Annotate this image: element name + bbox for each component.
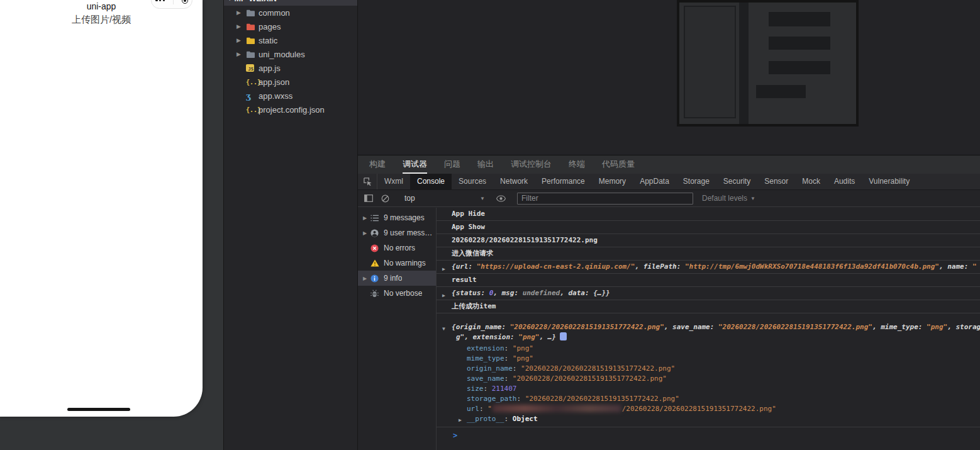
upload-media-text[interactable]: 上传图片/视频 <box>0 14 203 26</box>
devtools-tab-security[interactable]: Security <box>716 174 757 189</box>
default-levels-dropdown[interactable]: Default levels ▼ <box>702 194 755 203</box>
panel-tab-终端[interactable]: 终端 <box>569 155 585 174</box>
log-segment-string: " <box>972 262 977 271</box>
devtools-tab-console[interactable]: Console <box>410 174 452 189</box>
devtools-tab-vulnerability[interactable]: Vulnerability <box>862 174 916 189</box>
log-segment-key: msg <box>502 289 515 297</box>
chevron-right-icon[interactable]: ▶ <box>363 230 370 236</box>
preview-placeholder-bar <box>756 85 806 98</box>
devtools-tab-network[interactable]: Network <box>493 174 535 189</box>
js-file-icon: JS <box>246 64 259 72</box>
tree-item-label: static <box>259 36 277 45</box>
console-filter-no-warnings[interactable]: No warnings <box>358 256 436 271</box>
devtools-tab-storage[interactable]: Storage <box>676 174 716 189</box>
devtools-tab-performance[interactable]: Performance <box>535 174 592 189</box>
log-segment-key: url <box>467 405 479 413</box>
chevron-right-icon[interactable]: ▶ <box>237 9 246 16</box>
chevron-right-icon[interactable]: ▶ <box>363 215 370 221</box>
console-filter-label: 9 messages <box>384 213 425 222</box>
log-segment-string: /20260228/2026022815191351772422.png" <box>622 405 776 413</box>
chevron-right-icon[interactable]: ▶ <box>237 37 246 43</box>
log-segment-punct: : <box>501 323 509 331</box>
log-segment-undefined: undefined <box>523 289 560 297</box>
panel-tab-代码质量[interactable]: 代码质量 <box>602 155 635 174</box>
log-segment-punct: : <box>514 289 522 297</box>
inspect-element-button[interactable] <box>358 174 377 189</box>
console-filter-no-verbose[interactable]: No verbose <box>358 286 436 301</box>
close-circle-icon[interactable] <box>182 0 188 4</box>
collapse-arrow-icon[interactable]: ▼ <box>442 324 445 332</box>
chevron-right-icon[interactable]: ▶ <box>237 51 246 57</box>
log-segment-key: status <box>456 289 481 297</box>
devtools-tab-appdata[interactable]: AppData <box>633 174 676 189</box>
console-filter-9-info[interactable]: ▶9 info <box>358 271 436 286</box>
chevron-right-icon[interactable]: ▶ <box>237 23 246 30</box>
log-segment-string: "png" <box>513 344 533 352</box>
panel-tab-bar: 构建调试器问题输出调试控制台终端代码质量 <box>358 155 980 174</box>
home-indicator <box>67 408 130 411</box>
expand-arrow-icon[interactable]: ▶ <box>442 264 445 274</box>
tree-item-label: common <box>259 8 290 18</box>
clear-console-button[interactable] <box>381 194 389 203</box>
expand-arrow-icon[interactable]: ▶ <box>442 291 445 301</box>
devtools-tab-audits[interactable]: Audits <box>827 174 862 189</box>
devtools-tab-sources[interactable]: Sources <box>452 174 493 189</box>
tree-root-mp-weixin[interactable]: ▾ MP-WEIXIN <box>224 0 357 6</box>
menu-dots-icon[interactable] <box>155 0 165 1</box>
tree-item-uni-modules[interactable]: ▶uni_modules <box>224 47 357 61</box>
log-segment-punct: : <box>585 289 593 297</box>
panel-tab-输出[interactable]: 输出 <box>477 155 494 174</box>
console-filter-9-messages[interactable]: ▶9 messages <box>358 210 436 225</box>
log-segment-punct: , <box>872 323 881 331</box>
console-filter-label: No verbose <box>384 289 422 298</box>
phone-simulator: uni-app 上传图片/视频 <box>0 0 203 417</box>
log-segment-punct: , <box>635 262 643 271</box>
devtools-tab-wxml[interactable]: Wxml <box>377 174 410 189</box>
log-segment-key: extension <box>473 333 511 341</box>
prop-proto: ▶__proto__: Object <box>437 414 980 427</box>
console-prompt[interactable]: > <box>437 427 980 444</box>
tree-item-common[interactable]: ▶common <box>224 6 357 20</box>
log-upload-success: 上传成功item <box>437 300 980 313</box>
log-segment-text: 进入微信请求 <box>452 249 493 257</box>
chevron-down-icon: ▼ <box>750 196 755 201</box>
log-segment-punct: : <box>504 374 513 383</box>
log-segment-string: "https://upload-cn-east-2.qiniup.com/" <box>477 262 635 271</box>
devtools-tab-sensor[interactable]: Sensor <box>757 174 795 189</box>
log-segment-key: storage_path <box>467 395 516 403</box>
filter-input[interactable] <box>517 193 693 205</box>
capsule <box>151 0 192 9</box>
live-expression-button[interactable] <box>496 195 506 202</box>
tree-item-app-json[interactable]: {..}app.json <box>224 75 357 89</box>
folder-icon <box>246 9 259 17</box>
log-segment-punct: : <box>918 323 927 331</box>
console-filter-9-user-mess-[interactable]: ▶9 user mess… <box>358 225 436 240</box>
panel-tab-构建[interactable]: 构建 <box>369 155 386 174</box>
devtools-tab-mock[interactable]: Mock <box>795 174 827 189</box>
json-file-icon: {..} <box>246 106 259 113</box>
log-segment-string: " <box>487 405 492 413</box>
prop-mime-type: mime_type: "png" <box>437 354 980 364</box>
prop-extension: extension: "png" <box>437 344 980 354</box>
log-segment-punct: } <box>606 289 610 297</box>
sidebar-toggle-button[interactable] <box>364 194 373 202</box>
log-segment-punct: : <box>479 405 487 413</box>
context-selector[interactable]: top ▼ <box>404 194 485 203</box>
panel-tab-调试器[interactable]: 调试器 <box>403 155 427 174</box>
tree-item-project-config-json[interactable]: {..}project.config.json <box>224 103 357 116</box>
chevron-right-icon[interactable]: ▶ <box>363 276 370 281</box>
tree-root-label: MP-WEIXIN <box>235 0 277 3</box>
tree-item-app-js[interactable]: JSapp.js <box>224 61 357 75</box>
panel-tab-问题[interactable]: 问题 <box>444 155 460 174</box>
tree-item-app-wxss[interactable]: ʒapp.wxss <box>224 89 357 103</box>
console-filter-no-errors[interactable]: No errors <box>358 240 436 256</box>
log-segment-punct: , <box>539 333 547 341</box>
expand-arrow-icon[interactable]: ▶ <box>459 415 462 425</box>
log-segment-string: "20260228/2026022815191351772422.png" <box>718 323 872 331</box>
tree-item-static[interactable]: ▶static <box>224 33 357 47</box>
folder-icon <box>246 37 259 45</box>
devtools-tab-memory[interactable]: Memory <box>592 174 633 189</box>
panel-tab-调试控制台[interactable]: 调试控制台 <box>511 155 552 174</box>
log-segment-punct: { <box>452 289 456 297</box>
tree-item-pages[interactable]: ▶pages <box>224 20 357 33</box>
